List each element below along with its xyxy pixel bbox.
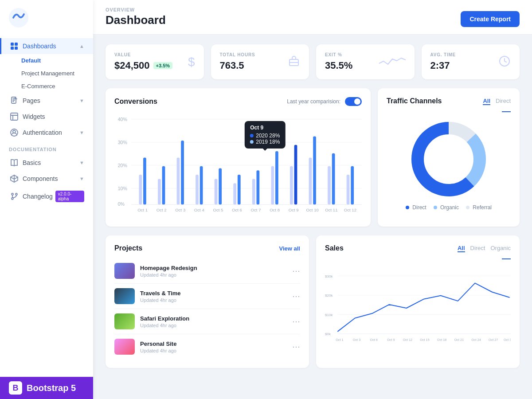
svg-rect-6 bbox=[11, 113, 18, 120]
project-name-3: Safari Exploration bbox=[140, 315, 287, 322]
project-menu-3[interactable]: ⋯ bbox=[292, 317, 300, 325]
kpi-value-label: VALUE bbox=[114, 52, 172, 57]
sidebar-item-pages-label: Pages bbox=[23, 97, 79, 104]
sales-chart-svg: $30k $20k $10k $0k Oct 1 Oct 3 bbox=[325, 264, 511, 352]
svg-text:Oct 12: Oct 12 bbox=[403, 338, 412, 342]
svg-rect-48 bbox=[290, 166, 293, 205]
svg-rect-52 bbox=[313, 136, 316, 204]
svg-text:Oct 30: Oct 30 bbox=[504, 338, 511, 342]
svg-text:30%: 30% bbox=[118, 140, 128, 145]
tooltip-2019: 2019 18% bbox=[250, 139, 280, 145]
sidebar-item-authentication[interactable]: Authentication ▼ bbox=[0, 125, 93, 141]
project-time-1: Updated 4hr ago bbox=[140, 272, 287, 278]
svg-text:Oct 1: Oct 1 bbox=[336, 338, 343, 342]
chevron-down-icon-components: ▼ bbox=[79, 176, 84, 181]
svg-rect-57 bbox=[347, 175, 350, 204]
svg-rect-28 bbox=[162, 166, 165, 205]
bootstrap-badge: B Bootstrap 5 bbox=[0, 377, 93, 399]
svg-text:40%: 40% bbox=[118, 117, 128, 122]
sales-filter-direct[interactable]: Direct bbox=[470, 245, 485, 252]
box-icon bbox=[10, 175, 18, 183]
kpi-exit-label: EXIT % bbox=[325, 52, 352, 57]
svg-text:Oct 6: Oct 6 bbox=[232, 207, 242, 212]
user-circle-icon bbox=[10, 129, 18, 137]
traffic-filter-direct[interactable]: Direct bbox=[496, 98, 511, 105]
project-time-2: Updated 4hr ago bbox=[140, 297, 287, 303]
projects-title: Projects bbox=[114, 244, 142, 252]
bottom-row: Projects View all Homepage Redesign Upda… bbox=[106, 235, 520, 368]
svg-rect-27 bbox=[158, 179, 161, 205]
donut-chart-svg bbox=[409, 119, 489, 199]
sales-header: Sales All Direct Organic bbox=[325, 244, 511, 252]
sidebar-item-widgets-label: Widgets bbox=[23, 113, 84, 120]
svg-rect-55 bbox=[332, 153, 335, 204]
svg-text:Oct 15: Oct 15 bbox=[420, 338, 429, 342]
project-menu-2[interactable]: ⋯ bbox=[292, 292, 300, 300]
layout-icon bbox=[10, 113, 18, 121]
bootstrap-badge-label: Bootstrap 5 bbox=[27, 383, 76, 393]
svg-text:Oct 24: Oct 24 bbox=[471, 338, 481, 342]
traffic-header: Traffic Channels All Direct bbox=[387, 97, 511, 105]
toggle-row: Last year comparision: bbox=[287, 97, 362, 106]
sidebar-sub-project-management[interactable]: Project Management bbox=[0, 67, 93, 80]
svg-rect-46 bbox=[275, 151, 278, 204]
svg-rect-25 bbox=[143, 157, 146, 204]
sidebar-item-pages[interactable]: Pages ▼ bbox=[0, 93, 93, 109]
svg-rect-24 bbox=[139, 175, 142, 204]
svg-text:Oct 1: Oct 1 bbox=[137, 207, 148, 212]
chart-tooltip: Oct 9 2020 28% 2019 18% bbox=[245, 121, 285, 149]
svg-text:Oct 10: Oct 10 bbox=[306, 207, 319, 212]
sidebar-item-changelog[interactable]: Changelog v2.0.0-alpha bbox=[0, 187, 93, 206]
kpi-hours-value: 763.5 bbox=[220, 60, 255, 71]
content-area: VALUE $24,500 +3.5% $ TOTAL HOURS 763.5 bbox=[93, 35, 532, 399]
doc-section-label: DOCUMENTATION bbox=[0, 141, 93, 155]
sidebar-item-widgets[interactable]: Widgets bbox=[0, 109, 93, 125]
file-icon bbox=[10, 97, 18, 105]
svg-text:Oct 4: Oct 4 bbox=[194, 207, 205, 212]
sidebar-item-changelog-label: Changelog bbox=[23, 193, 53, 200]
toggle-label: Last year comparision: bbox=[287, 98, 340, 105]
sales-filter-organic[interactable]: Organic bbox=[490, 245, 511, 252]
logo-area bbox=[0, 0, 93, 35]
sidebar-item-dashboards[interactable]: Dashboards ▲ bbox=[0, 38, 93, 54]
svg-text:Oct 3: Oct 3 bbox=[353, 338, 360, 342]
project-menu-1[interactable]: ⋯ bbox=[292, 267, 300, 275]
bar-chart-area: 40% 30% 20% 10% 0% Oct 1Oct 2Oct 3Oct 4O… bbox=[114, 112, 362, 214]
chevron-down-icon: ▼ bbox=[79, 98, 84, 103]
sidebar-item-basics[interactable]: Basics ▼ bbox=[0, 155, 93, 171]
project-info-2: Travels & Time Updated 4hr ago bbox=[140, 290, 287, 303]
svg-text:0%: 0% bbox=[118, 201, 125, 207]
view-all-button[interactable]: View all bbox=[279, 245, 300, 252]
create-report-button[interactable]: Create Report bbox=[461, 11, 520, 27]
sidebar-item-components[interactable]: Components ▼ bbox=[0, 171, 93, 187]
svg-text:$30k: $30k bbox=[325, 274, 333, 278]
traffic-filter-all[interactable]: All bbox=[483, 98, 490, 105]
project-name-4: Personal Site bbox=[140, 340, 287, 347]
conversions-title: Conversions bbox=[114, 98, 157, 106]
dollar-icon: $ bbox=[188, 55, 195, 69]
sales-filter-underline bbox=[502, 258, 511, 259]
svg-rect-51 bbox=[309, 157, 312, 204]
sidebar-sub-default[interactable]: Default bbox=[0, 54, 93, 67]
sales-filter-all[interactable]: All bbox=[458, 245, 465, 252]
projects-list: Homepage Redesign Updated 4hr ago ⋯ Trav… bbox=[114, 258, 300, 359]
sales-chart-area: $30k $20k $10k $0k Oct 1 Oct 3 bbox=[325, 264, 511, 352]
page-header: OVERVIEW Dashboard Create Report bbox=[93, 0, 532, 35]
project-info-1: Homepage Redesign Updated 4hr ago bbox=[140, 265, 287, 278]
sales-filter: All Direct Organic bbox=[458, 245, 511, 252]
project-menu-4[interactable]: ⋯ bbox=[292, 343, 300, 351]
chevron-down-icon-auth: ▼ bbox=[79, 130, 84, 135]
referral-dot bbox=[466, 206, 469, 209]
overview-label: OVERVIEW bbox=[106, 7, 166, 12]
kpi-value-card: VALUE $24,500 +3.5% $ bbox=[106, 44, 204, 79]
comparison-toggle[interactable] bbox=[345, 97, 362, 106]
sidebar-sub-ecommerce[interactable]: E-Commerce bbox=[0, 80, 93, 93]
project-item-3: Safari Exploration Updated 4hr ago ⋯ bbox=[114, 309, 300, 334]
traffic-filter: All Direct bbox=[483, 98, 511, 105]
sidebar-item-authentication-label: Authentication bbox=[23, 129, 79, 136]
projects-card: Projects View all Homepage Redesign Upda… bbox=[106, 235, 309, 368]
svg-rect-39 bbox=[233, 183, 236, 204]
svg-text:Oct 6: Oct 6 bbox=[370, 338, 378, 342]
sidebar-nav: Dashboards ▲ Default Project Management … bbox=[0, 35, 93, 399]
sparkline-icon bbox=[379, 55, 406, 70]
